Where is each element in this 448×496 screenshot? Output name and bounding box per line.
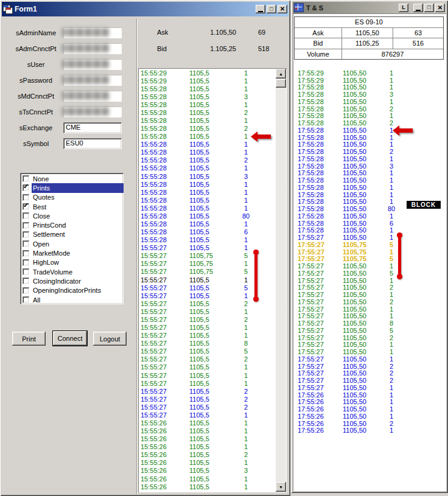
trade-row[interactable]: 17:55:28 1105,50 2	[293, 105, 439, 113]
trade-row[interactable]: 15:55:26 1105,5 1	[139, 427, 275, 435]
trade-row[interactable]: 17:55:27 1105,50 1	[293, 313, 439, 320]
maximize-button[interactable]: □	[267, 5, 276, 13]
option-item[interactable]: TradeVolume	[20, 267, 124, 276]
trade-row[interactable]: 17:55:27 1105,50 5	[293, 270, 439, 277]
trade-row[interactable]: 17:55:28 1105,50 1	[293, 113, 439, 120]
option-item[interactable]: PrintsCond	[20, 220, 124, 229]
trade-row[interactable]: 17:55:27 1105,50 2	[293, 298, 439, 306]
checkbox[interactable]	[23, 240, 29, 247]
minimize-button[interactable]	[256, 5, 265, 13]
trade-row[interactable]: 17:55:28 1105,50 1	[293, 155, 439, 162]
option-item[interactable]: ClosingIndicator	[20, 276, 124, 285]
trade-row[interactable]: 17:55:27 1105,50 1	[293, 384, 439, 391]
close-button[interactable]: ✕	[435, 4, 445, 12]
trade-row[interactable]: 17:55:27 1105,50 8	[293, 320, 439, 327]
trade-row[interactable]: 15:55:26 1105,5 1	[139, 443, 275, 451]
trade-row[interactable]: 17:55:28 1105,50 2	[293, 119, 439, 127]
trade-row[interactable]: 17:55:27 1105,50 1	[293, 262, 439, 270]
trade-row[interactable]: 17:55:28 1105,50 3	[293, 162, 439, 170]
trade-row[interactable]: 15:55:26 1105,5 1	[139, 419, 275, 427]
checkbox[interactable]	[23, 184, 29, 191]
trade-row[interactable]: 17:55:28 1105,50 6	[293, 220, 439, 227]
trade-row[interactable]: 17:55:27 1105,50 1	[293, 277, 439, 284]
trade-row[interactable]: 15:55:28 1105,5 1	[139, 236, 275, 244]
trade-row[interactable]: 17:55:28 1105,50 1	[293, 212, 439, 220]
trade-row[interactable]: 17:55:27 1105,75 5	[293, 241, 439, 248]
trade-row[interactable]: 17:55:27 1105,50 2	[293, 363, 439, 370]
trade-row[interactable]: 17:55:26 1105,50 1	[293, 405, 439, 413]
scroll-down-button[interactable]: ▼	[276, 482, 286, 492]
text-input[interactable]	[63, 59, 122, 70]
trade-row[interactable]: 17:55:27 1105,50 1	[293, 291, 439, 298]
scrollbar-thumb[interactable]	[276, 79, 286, 88]
trade-row[interactable]: 17:55:27 1105,50 1	[293, 234, 439, 241]
trade-row[interactable]: 15:55:27 1105,5 1	[139, 371, 275, 379]
option-item[interactable]: Prints	[20, 183, 124, 192]
trade-row[interactable]: 17:55:27 1105,75 5	[293, 256, 439, 263]
trade-row[interactable]: 15:55:28 1105,5 3	[139, 172, 275, 180]
text-input[interactable]	[63, 91, 122, 102]
trade-row[interactable]: 15:55:28 1105,5 6	[139, 228, 275, 236]
option-item[interactable]: Open	[20, 239, 124, 248]
lock-button[interactable]: L	[399, 4, 408, 12]
trade-row[interactable]: 15:55:28 1105,5 1	[139, 100, 275, 108]
scrollbar-track[interactable]: ▲ ▼	[276, 69, 286, 492]
checkbox[interactable]	[23, 203, 29, 210]
trade-row[interactable]: 17:55:28 1105,50 1	[293, 127, 439, 134]
checkbox[interactable]	[23, 250, 29, 257]
text-input[interactable]	[63, 107, 122, 117]
trade-row[interactable]: 15:55:28 1105,5 80	[139, 212, 275, 220]
connect-button[interactable]: Connect	[52, 330, 88, 346]
trade-row[interactable]: 15:55:27 1105,5 1	[139, 307, 275, 315]
trade-row[interactable]: 17:55:28 1105,50 1	[293, 84, 439, 91]
option-item[interactable]: All	[20, 295, 124, 304]
trade-row[interactable]: 15:55:26 1105,5 3	[139, 467, 275, 475]
option-item[interactable]: OpeningIndicatorPrints	[20, 286, 124, 295]
trade-row[interactable]: 17:55:29 1105,50 1	[293, 69, 439, 77]
checkbox[interactable]	[23, 268, 29, 275]
trade-row[interactable]: 15:55:27 1105,5 2	[139, 315, 275, 323]
trade-row[interactable]: 17:55:27 1105,50 1	[293, 355, 439, 363]
trade-row[interactable]: 17:55:29 1105,50 1	[293, 77, 439, 84]
option-item[interactable]: None	[20, 174, 124, 183]
checkbox[interactable]	[23, 278, 29, 284]
trade-row[interactable]: 15:55:29 1105,5 1	[139, 77, 275, 85]
option-item[interactable]: Settlement	[20, 230, 124, 239]
trade-row[interactable]: 15:55:28 1105,5 1	[139, 220, 275, 228]
trade-row[interactable]: 17:55:26 1105,50 1	[293, 427, 439, 435]
trade-row[interactable]: 17:55:26 1105,50 1	[293, 399, 439, 406]
text-input[interactable]	[63, 27, 122, 38]
trade-row[interactable]: 15:55:28 1105,5 2	[139, 156, 275, 164]
text-input[interactable]	[63, 75, 122, 86]
trade-row[interactable]: 17:55:28 1105,50 1	[293, 191, 439, 198]
trade-row[interactable]: 15:55:27 1105,5 8	[139, 340, 275, 348]
trade-row[interactable]: 15:55:26 1105,5 1	[139, 483, 275, 491]
trade-row[interactable]: 17:55:28 1105,50 1	[293, 176, 439, 184]
logout-button[interactable]: Logout	[93, 332, 127, 346]
text-input[interactable]	[63, 43, 122, 54]
trade-row[interactable]: 15:55:28 1105,5 1	[139, 196, 275, 204]
trade-row[interactable]: 15:55:27 1105,5 1	[139, 411, 275, 419]
trade-row[interactable]: 15:55:28 1105,5 1	[139, 148, 275, 156]
minimize-button[interactable]	[413, 4, 423, 12]
subscription-options-list[interactable]: None Prints Quotes Best	[20, 173, 124, 304]
tns-titlebar[interactable]: T & S L □ ✕	[293, 2, 446, 13]
trade-row[interactable]: 17:55:26 1105,50 1	[293, 391, 439, 399]
trade-row[interactable]: 17:55:28 1105,50 1	[293, 170, 439, 177]
trade-row[interactable]: 15:55:27 1105,5 2	[139, 387, 275, 395]
trade-row[interactable]: 15:55:26 1105,5 1	[139, 475, 275, 483]
trade-row[interactable]: 15:55:28 1105,5 3	[139, 93, 275, 100]
trade-row[interactable]: 17:55:28 1105,50 3	[293, 91, 439, 98]
trade-row[interactable]: 17:55:28 1105,50 2	[293, 148, 439, 155]
text-input[interactable]: ESU0	[63, 138, 122, 149]
trade-row[interactable]: 15:55:28 1105,5 1	[139, 85, 275, 93]
trade-row[interactable]: 15:55:27 1105,5 2	[139, 355, 275, 363]
trade-row[interactable]: 15:55:28 1105,5 1	[139, 204, 275, 212]
trade-row[interactable]: 17:55:28 1105,50 1	[293, 134, 439, 141]
trade-row[interactable]: 17:55:27 1105,50 1	[293, 348, 439, 355]
trade-row[interactable]: 17:55:28 1105,50 1	[293, 98, 439, 105]
trade-row[interactable]: 15:55:26 1105,5 1	[139, 459, 275, 467]
option-item[interactable]: Quotes	[20, 193, 124, 202]
trade-row[interactable]: 15:55:27 1105,5 2	[139, 403, 275, 411]
trade-row[interactable]: 15:55:27 1105,5 5	[139, 348, 275, 355]
